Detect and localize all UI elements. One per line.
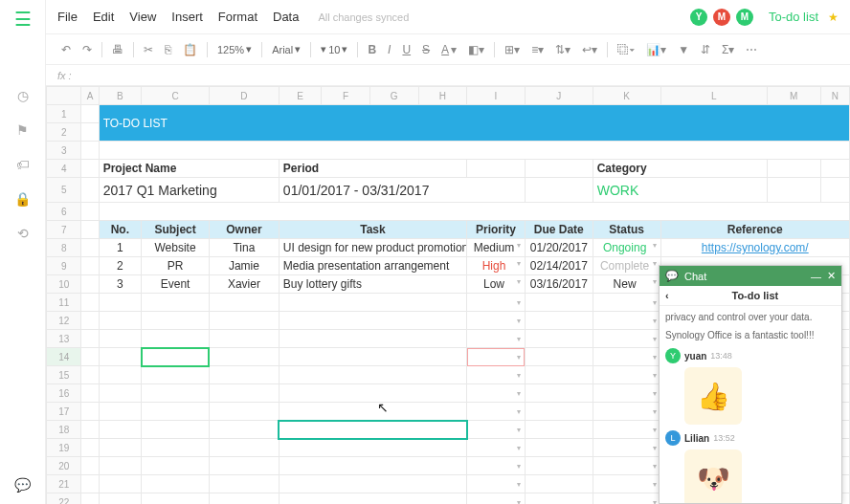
col-task: Task	[279, 221, 466, 239]
chat-user-row: Y yuan 13:48	[665, 348, 836, 363]
fill-color-icon[interactable]: ◧▾	[464, 41, 488, 58]
left-sidebar: ☰ ◷ ⚑ 🏷 🔒 ⟲ 💬	[0, 0, 46, 504]
highlighted-cell[interactable]: ▾	[467, 348, 526, 366]
avatar: Y	[665, 348, 681, 363]
formula-bar[interactable]: fx :	[46, 65, 850, 86]
print-icon[interactable]: 🖶	[108, 41, 127, 58]
filter-icon[interactable]: ▼	[674, 41, 693, 58]
menu-edit[interactable]: Edit	[93, 10, 114, 24]
font-size-select[interactable]: ▾ 10 ▾	[317, 41, 351, 57]
sync-status: All changes synced	[318, 11, 409, 23]
more-icon[interactable]: ⋯	[742, 41, 761, 58]
chat-message: privacy and control over your data.	[665, 312, 836, 322]
text-color-icon[interactable]: A▾	[437, 41, 460, 58]
valign-icon[interactable]: ⇅▾	[551, 41, 574, 58]
font-select[interactable]: Arial ▾	[268, 41, 304, 57]
wrap-icon[interactable]: ↩▾	[578, 41, 601, 58]
menu-insert[interactable]: Insert	[171, 10, 203, 24]
underline-icon[interactable]: U	[398, 41, 414, 58]
collaborator-avatar[interactable]: Y	[690, 9, 707, 26]
chart-icon[interactable]: 📊▾	[642, 41, 670, 58]
lock-icon[interactable]: 🔒	[14, 191, 31, 207]
copy-icon[interactable]: ⎘	[161, 41, 175, 58]
sticker-image: 👍	[684, 367, 742, 425]
merge-icon[interactable]: ⿻▾	[614, 41, 638, 58]
redo-icon[interactable]: ↷	[78, 41, 96, 58]
star-icon[interactable]: ★	[828, 11, 839, 24]
project-value[interactable]: 2017 Q1 Marketing	[99, 178, 279, 203]
borders-icon[interactable]: ⊞▾	[501, 41, 524, 58]
collaborator-avatar[interactable]: M	[736, 9, 753, 26]
chat-user-row: L Lilian 13:52	[665, 430, 836, 446]
col-reference: Reference	[660, 221, 849, 239]
menu-format[interactable]: Format	[218, 10, 257, 24]
dashboard-icon[interactable]: ◷	[17, 88, 29, 103]
avatar: L	[665, 430, 681, 446]
chat-title: Chat	[684, 271, 706, 282]
column-headers[interactable]: ABCDEFGHIJKLMN	[47, 87, 850, 105]
col-priority: Priority	[467, 221, 526, 239]
sort-icon[interactable]: ⇵	[697, 41, 714, 58]
menu-data[interactable]: Data	[273, 10, 299, 24]
toolbar: ↶ ↷ 🖶 ✂ ⎘ 📋 125% ▾ Arial ▾ ▾ 10 ▾ B I U …	[46, 34, 850, 65]
chat-panel: 💬 Chat — ✕ ‹ To-do list privacy and cont…	[659, 265, 842, 504]
minimize-icon[interactable]: —	[811, 271, 821, 282]
undo-icon[interactable]: ↶	[57, 41, 75, 58]
active-cell[interactable]	[142, 348, 210, 366]
document-title[interactable]: To-do list	[769, 10, 818, 24]
menu-file[interactable]: File	[57, 10, 78, 24]
paste-icon[interactable]: 📋	[179, 41, 201, 58]
col-no: No.	[99, 221, 142, 239]
users-icon[interactable]: ⚑	[16, 122, 29, 138]
chat-message: Synology Office is a fantastic tool!!!	[665, 330, 836, 340]
close-icon[interactable]: ✕	[827, 270, 836, 282]
functions-icon[interactable]: Σ▾	[718, 41, 738, 58]
tag-icon[interactable]: 🏷	[16, 157, 30, 172]
menu-view[interactable]: View	[129, 10, 156, 24]
category-label: Category	[593, 160, 767, 178]
bold-icon[interactable]: B	[364, 41, 380, 58]
collaborator-selection[interactable]	[279, 421, 466, 439]
chat-subtitle: To-do list	[675, 290, 836, 301]
menu-bar: File Edit View Insert Format Data All ch…	[46, 0, 850, 34]
zoom-select[interactable]: 125% ▾	[213, 41, 256, 57]
category-value[interactable]: WORK	[593, 178, 767, 203]
back-icon[interactable]: ‹	[665, 290, 669, 301]
period-value[interactable]: 01/01/2017 - 03/31/2017	[279, 178, 525, 203]
project-label: Project Name	[99, 160, 279, 178]
sticker-image: 🐶	[684, 449, 742, 503]
cut-icon[interactable]: ✂	[140, 41, 157, 58]
hamburger-icon[interactable]: ☰	[14, 8, 32, 31]
chat-icon: 💬	[665, 270, 679, 282]
col-owner: Owner	[209, 221, 279, 239]
title-banner: TO-DO LIST	[99, 105, 849, 142]
period-label: Period	[279, 160, 466, 178]
col-due: Due Date	[525, 221, 593, 239]
history-icon[interactable]: ⟲	[17, 226, 29, 241]
table-row[interactable]: 8 1WebsiteTina UI design for new product…	[47, 239, 850, 257]
align-icon[interactable]: ≡▾	[527, 41, 548, 58]
italic-icon[interactable]: I	[384, 41, 394, 58]
col-subject: Subject	[142, 221, 210, 239]
strike-icon[interactable]: S	[418, 41, 434, 58]
collaborator-avatar[interactable]: M	[713, 9, 730, 26]
col-status: Status	[593, 221, 660, 239]
chat-bubble-icon[interactable]: 💬	[14, 477, 31, 493]
